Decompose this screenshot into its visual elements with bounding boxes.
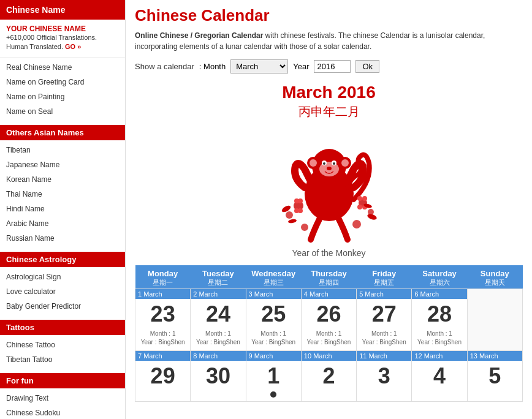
date-header-1march: 1 March (135, 289, 190, 299)
cal-cell-4march: 4 March 26 Month : 1Year : BingShen (301, 289, 356, 351)
day-name-saturday: Saturday (414, 269, 465, 278)
th-wednesday: Wednesday 星期三 (246, 265, 301, 289)
th-saturday: Saturday 星期六 (412, 265, 467, 289)
your-name-section: YOUR CHINESE NAME +610,000 Official Tran… (0, 20, 125, 58)
sidebar-link-baby-gender[interactable]: Baby Gender Predictor (0, 299, 125, 314)
tattoos-header: Tattoos (0, 320, 125, 335)
cal-cell-8march: 8 March 30 (191, 351, 246, 402)
calendar-controls: Show a calendar : Month January February… (135, 59, 523, 74)
sidebar-link-drawing-text[interactable]: Drawing Text (0, 391, 125, 406)
date-info-2march: Month : 1Year : BingShen (191, 328, 245, 350)
others-links-group: Tibetan Japanese Name Korean Name Thai N… (0, 140, 125, 248)
date-header-11march: 11 March (357, 351, 411, 361)
sidebar-link-chinese-tattoo[interactable]: Chinese Tattoo (0, 338, 125, 352)
cal-cell-3march: 3 March 25 Month : 1Year : BingShen (246, 289, 301, 351)
date-header-13march: 13 March (468, 351, 522, 361)
others-header: Others Asian Names (0, 125, 125, 140)
svg-point-5 (341, 159, 349, 167)
th-sunday: Sunday 星期天 (467, 265, 522, 289)
sidebar-link-tibetan-tattoo[interactable]: Tibetan Tattoo (0, 352, 125, 367)
date-header-12march: 12 March (412, 351, 466, 361)
year-label-text: Year (293, 62, 309, 71)
svg-point-17 (352, 220, 361, 228)
sidebar-link-tibetan[interactable]: Tibetan (0, 143, 125, 157)
sidebar-link-love-calc[interactable]: Love calculator (0, 284, 125, 299)
astrology-header: Chinese Astrology (0, 252, 125, 267)
sidebar-link-real-chinese-name[interactable]: Real Chinese Name (0, 60, 125, 75)
date-header-3march: 3 March (246, 289, 301, 299)
sidebar: Chinese Name YOUR CHINESE NAME +610,000 … (0, 0, 126, 419)
sidebar-link-thai[interactable]: Thai Name (0, 187, 125, 202)
cal-cell-empty-sun (467, 289, 522, 351)
description: Online Chinese / Gregorian Calendar with… (135, 30, 523, 52)
fun-links-group: Drawing Text Chinese Sudoku (0, 388, 125, 419)
date-header-6march-sat: 6 March (412, 289, 466, 299)
date-info-8march (191, 390, 245, 395)
day-name-monday: Monday (138, 269, 188, 278)
sidebar-link-russian[interactable]: Russian Name (0, 231, 125, 246)
sidebar-link-japanese[interactable]: Japanese Name (0, 157, 125, 172)
calendar-table: Monday 星期一 Tuesday 星期二 Wednesday 星期三 Thu… (135, 265, 523, 402)
sidebar-link-painting[interactable]: Name on Painting (0, 89, 125, 104)
sidebar-link-greeting-card[interactable]: Name on Greeting Card (0, 75, 125, 89)
date-info-3march: Month : 1Year : BingShen (246, 328, 301, 350)
day-name-thursday: Thursday (303, 269, 354, 278)
date-header-2march: 2 March (191, 289, 245, 299)
date-info-10march (302, 390, 356, 395)
svg-point-13 (286, 211, 293, 219)
th-tuesday: Tuesday 星期二 (191, 265, 246, 289)
sidebar-link-sudoku[interactable]: Chinese Sudoku (0, 406, 125, 419)
cal-cell-9march: 9 March 1 (246, 351, 301, 402)
month-label-text: : Month (199, 62, 226, 71)
day-chinese-tuesday: 星期二 (193, 278, 243, 287)
date-num-5march: 27 (357, 299, 411, 328)
date-num-12march: 4 (412, 361, 466, 390)
day-chinese-monday: 星期一 (138, 278, 188, 287)
date-info-11march (357, 390, 411, 395)
sidebar-header: Chinese Name (0, 0, 125, 20)
go-link[interactable]: GO » (65, 43, 81, 50)
svg-point-11 (327, 167, 332, 170)
sidebar-link-astro-sign[interactable]: Astrological Sign (0, 270, 125, 284)
date-num-4march: 26 (302, 299, 356, 328)
year-of-label: Year of the Monkey (135, 248, 523, 258)
date-num-13march: 5 (468, 361, 522, 390)
svg-point-23 (362, 196, 367, 201)
sidebar-link-arabic[interactable]: Arabic Name (0, 216, 125, 231)
cal-cell-10march: 10 March 2 (301, 351, 356, 402)
date-info-4march: Month : 1Year : BingShen (302, 328, 356, 350)
month-select[interactable]: January February March April May June Ju… (230, 59, 288, 74)
th-friday: Friday 星期五 (357, 265, 412, 289)
sidebar-link-hindi[interactable]: Hindi Name (0, 202, 125, 216)
day-chinese-wednesday: 星期三 (248, 278, 298, 287)
ok-button[interactable]: Ok (355, 60, 379, 73)
day-chinese-friday: 星期五 (359, 278, 409, 287)
date-num-9march: 1 (246, 361, 301, 390)
date-info-7march (135, 390, 190, 395)
svg-point-16 (301, 224, 308, 231)
main-content: Chinese Calendar Online Chinese / Gregor… (126, 0, 532, 419)
date-header-10march: 10 March (302, 351, 356, 361)
day-name-wednesday: Wednesday (248, 269, 298, 278)
day-chinese-saturday: 星期六 (414, 278, 465, 287)
astrology-links-group: Astrological Sign Love calculator Baby G… (0, 267, 125, 316)
calendar-row-2: 7 March 29 8 March 30 9 March 1 (135, 351, 523, 402)
date-header-4march: 4 March (302, 289, 356, 299)
your-name-subtitle: +610,000 Official Translations. Human Tr… (6, 33, 119, 52)
date-header-5march: 5 March (357, 289, 411, 299)
date-info-9march (246, 390, 301, 401)
sidebar-link-seal[interactable]: Name on Seal (0, 104, 125, 119)
calendar-subtitle: 丙申年二月 (135, 104, 523, 120)
sidebar-link-korean[interactable]: Korean Name (0, 172, 125, 187)
date-num-7march: 29 (135, 361, 190, 390)
cal-cell-5march: 5 March 27 Month : 1Year : BingShen (357, 289, 412, 351)
svg-point-10 (333, 162, 335, 165)
fun-header: For fun (0, 373, 125, 388)
cal-cell-12march: 12 March 4 (412, 351, 467, 402)
weekday-header-row: Monday 星期一 Tuesday 星期二 Wednesday 星期三 Thu… (135, 265, 523, 289)
th-thursday: Thursday 星期四 (301, 265, 356, 289)
year-input[interactable] (314, 60, 351, 73)
svg-point-22 (357, 196, 362, 201)
date-info-6march-sat: Month : 1Year : BingShen (412, 328, 466, 350)
date-header-9march: 9 March (246, 351, 301, 361)
